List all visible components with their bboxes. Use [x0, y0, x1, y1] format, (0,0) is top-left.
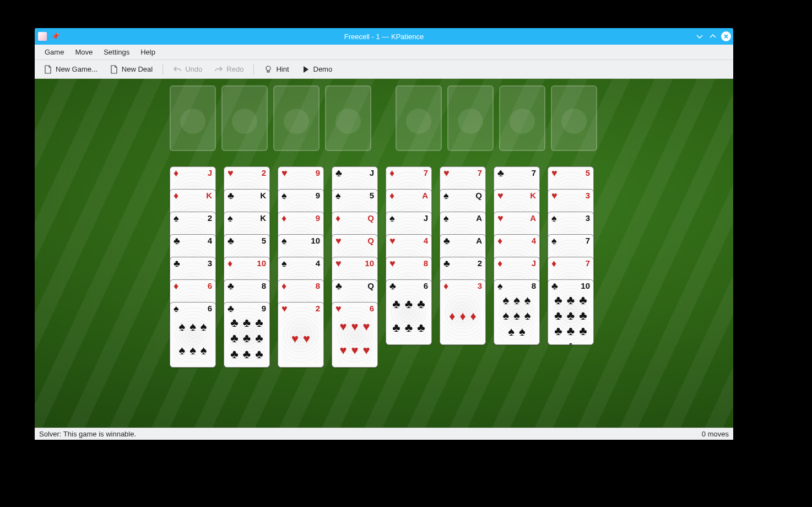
- freecell-slot[interactable]: [273, 85, 320, 151]
- document-new-icon: [44, 65, 52, 74]
- card-suit-icon: ♠: [228, 213, 233, 223]
- foundation-slot[interactable]: [447, 85, 494, 151]
- minimize-button[interactable]: [695, 31, 705, 41]
- card-suit-icon: ♣: [443, 258, 450, 268]
- new-game-button[interactable]: New Game...: [39, 63, 102, 76]
- card-suit-icon: ♠: [443, 213, 449, 223]
- card-rank: 7: [586, 258, 590, 268]
- card-rank: K: [260, 213, 266, 223]
- cascade-column[interactable]: ♣J♠5♦Q♥Q♥10♣Q♥6♥♥♥♥♥♥: [332, 166, 378, 368]
- playing-card[interactable]: ♥2♥♥: [278, 302, 324, 368]
- titlebar[interactable]: 📌 Freecell - 1 — KPatience: [35, 28, 733, 45]
- menu-help[interactable]: Help: [135, 46, 161, 58]
- undo-button[interactable]: Undo: [169, 63, 207, 76]
- card-rank: Q: [367, 281, 374, 290]
- maximize-button[interactable]: [708, 31, 718, 41]
- card-rank: 3: [478, 281, 482, 290]
- card-suit-icon: ♣: [174, 236, 180, 246]
- playing-card[interactable]: ♦3♦♦♦: [440, 279, 486, 345]
- menu-game[interactable]: Game: [39, 46, 69, 58]
- cascade-column[interactable]: ♥5♥3♠3♠7♦7♣10♣♣♣♣♣♣♣♣♣♣: [548, 166, 594, 345]
- demo-button[interactable]: Demo: [297, 63, 337, 76]
- playing-card[interactable]: ♣10♣♣♣♣♣♣♣♣♣♣: [548, 279, 594, 345]
- card-suit-icon: ♠: [282, 258, 287, 268]
- card-rank: K: [260, 191, 266, 200]
- card-rank: 5: [586, 168, 590, 177]
- playing-card[interactable]: ♠6♠♠♠♠♠♠: [170, 302, 216, 368]
- card-face: ♣♣♣♣♣♣♣♣♣♣: [554, 293, 588, 339]
- card-suit-icon: ♦: [389, 168, 394, 178]
- toolbar-separator: [163, 64, 163, 75]
- card-suit-icon: ♦: [497, 258, 502, 268]
- card-rank: J: [208, 168, 212, 177]
- freecell-slot[interactable]: [325, 85, 371, 151]
- card-suit-icon: ♠: [389, 213, 395, 223]
- cascade-column[interactable]: ♥9♠9♦9♠10♠4♦8♥2♥♥: [278, 166, 324, 368]
- card-suit-icon: ♥: [551, 168, 557, 178]
- card-suit-icon: ♥: [443, 168, 450, 178]
- foundation-slot[interactable]: [499, 85, 545, 151]
- play-area[interactable]: ♦J♦K♠2♣4♣3♦6♠6♠♠♠♠♠♠♥2♣K♠K♣5♦10♣8♣9♣♣♣♣♣…: [35, 79, 733, 428]
- card-rank: 10: [311, 236, 320, 245]
- cascade-column[interactable]: ♣7♥K♥A♦4♦J♠8♠♠♠♠♠♠♠♠: [494, 166, 540, 345]
- pin-icon[interactable]: 📌: [51, 33, 59, 40]
- freecell-slot[interactable]: [221, 85, 268, 151]
- card-suit-icon: ♦: [228, 258, 232, 268]
- card-rank: 6: [370, 304, 374, 313]
- card-rank: Q: [367, 213, 374, 223]
- play-icon: [301, 65, 310, 74]
- card-rank: A: [476, 236, 482, 245]
- freecell-slot[interactable]: [170, 85, 216, 151]
- window-controls: [695, 31, 731, 41]
- card-face: ♥♥♥♥♥♥: [338, 316, 372, 362]
- card-suit-icon: ♦: [174, 281, 178, 291]
- statusbar: Solver: This game is winnable. 0 moves: [35, 428, 733, 440]
- card-suit-icon: ♦: [443, 281, 448, 291]
- playing-card[interactable]: ♣6♣♣♣♣♣♣: [386, 279, 432, 345]
- card-suit-icon: ♥: [282, 168, 288, 178]
- new-deal-button[interactable]: New Deal: [105, 63, 157, 76]
- card-rank: 8: [316, 281, 320, 290]
- card-face: ♣♣♣♣♣♣: [392, 293, 426, 339]
- card-rank: A: [530, 213, 536, 223]
- card-rank: 2: [262, 168, 266, 177]
- card-suit-icon: ♣: [443, 236, 450, 246]
- foundation-slot[interactable]: [551, 85, 597, 151]
- card-suit-icon: ♣: [228, 281, 234, 291]
- foundation-slot[interactable]: [396, 85, 442, 151]
- cascade-column[interactable]: ♥2♣K♠K♣5♦10♣8♣9♣♣♣♣♣♣♣♣♣: [224, 166, 270, 368]
- close-button[interactable]: [721, 31, 731, 41]
- svg-point-0: [266, 66, 270, 71]
- card-rank: 9: [316, 191, 320, 200]
- card-rank: K: [206, 191, 212, 200]
- document-icon: [110, 65, 118, 74]
- card-suit-icon: ♦: [389, 191, 394, 201]
- demo-label: Demo: [313, 65, 333, 73]
- cascade-column[interactable]: ♦7♦A♠J♥4♥8♣6♣♣♣♣♣♣: [386, 166, 432, 345]
- card-rank: 5: [370, 191, 374, 200]
- card-suit-icon: ♦: [335, 213, 340, 223]
- card-face: ♠♠♠♠♠♠: [176, 316, 210, 362]
- playing-card[interactable]: ♠8♠♠♠♠♠♠♠♠: [494, 279, 540, 345]
- card-face: ♦♦♦: [446, 293, 480, 339]
- cascade-column[interactable]: ♥7♠Q♠A♣A♣2♦3♦♦♦: [440, 166, 486, 345]
- card-suit-icon: ♣: [228, 236, 234, 246]
- hint-button[interactable]: Hint: [259, 63, 293, 76]
- card-rank: 2: [316, 304, 320, 313]
- redo-icon: [214, 65, 223, 74]
- menu-settings[interactable]: Settings: [98, 46, 135, 58]
- card-suit-icon: ♥: [282, 304, 288, 314]
- card-rank: J: [532, 258, 536, 268]
- card-suit-icon: ♦: [497, 236, 502, 246]
- card-suit-icon: ♦: [282, 213, 286, 223]
- card-suit-icon: ♥: [228, 168, 234, 178]
- playing-card[interactable]: ♥6♥♥♥♥♥♥: [332, 302, 378, 368]
- menu-move[interactable]: Move: [69, 46, 98, 58]
- redo-button[interactable]: Redo: [210, 63, 248, 76]
- card-rank: 5: [262, 236, 266, 245]
- hint-label: Hint: [276, 65, 289, 73]
- playing-card[interactable]: ♣9♣♣♣♣♣♣♣♣♣: [224, 302, 270, 368]
- cascade-column[interactable]: ♦J♦K♠2♣4♣3♦6♠6♠♠♠♠♠♠: [170, 166, 216, 368]
- card-rank: 6: [208, 281, 212, 290]
- cascades: ♦J♦K♠2♣4♣3♦6♠6♠♠♠♠♠♠♥2♣K♠K♣5♦10♣8♣9♣♣♣♣♣…: [170, 166, 594, 368]
